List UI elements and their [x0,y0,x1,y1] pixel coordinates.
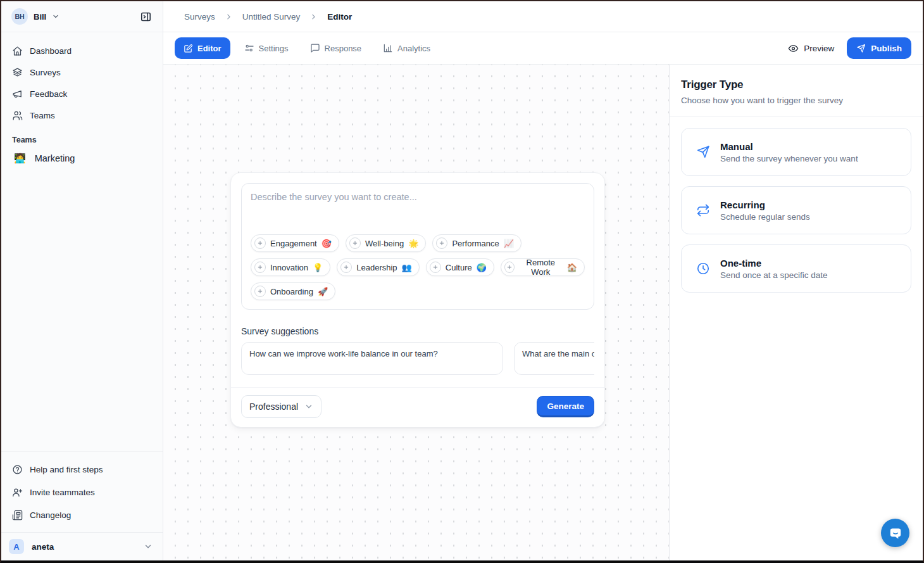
changelog-icon [12,510,23,521]
tab-editor[interactable]: Editor [175,37,230,59]
publish-button[interactable]: Publish [847,37,911,59]
chip-innovation[interactable]: Innovation 💡 [251,258,330,276]
chip-row: Engagement 🎯 Well-being 🌟 Performance [251,234,585,252]
suggestions-row: How can we improve work-life balance in … [241,342,594,375]
plus-icon [254,262,266,273]
plus-icon [349,237,361,249]
chat-bubble-icon [888,526,903,541]
sidebar: BH Bill Dashboard [1,1,163,560]
panel-title: Trigger Type [681,79,911,91]
suggestions-title: Survey suggestions [241,326,594,336]
paper-plane-icon [856,44,866,53]
breadcrumb-surveys[interactable]: Surveys [184,12,215,22]
sidebar-item-label: Invite teammates [30,488,95,497]
sidebar-item-label: Surveys [30,68,61,77]
sidebar-team-marketing[interactable]: 🧑‍💻 Marketing [6,147,158,170]
workspace-avatar: BH [11,8,28,25]
users-icon [12,110,23,121]
tab-analytics[interactable]: Analytics [375,37,438,59]
chip-emoji: 🌟 [408,239,418,248]
trigger-panel-header: Trigger Type Choose how you want to trig… [670,65,923,117]
chip-label: Remote Work [519,258,563,277]
sidebar-item-dashboard[interactable]: Dashboard [6,40,158,61]
plus-icon [254,237,266,249]
plus-icon [436,237,447,249]
suggestion-card[interactable]: What are the main ob [514,342,594,375]
team-label: Marketing [35,153,75,163]
repeat-icon [696,203,710,217]
suggestion-card[interactable]: How can we improve work-life balance in … [241,342,503,375]
sidebar-item-label: Dashboard [30,46,72,56]
tab-settings[interactable]: Settings [237,37,296,59]
composer-footer: Professional Generate [231,387,604,427]
chip-label: Engagement [270,239,317,248]
chip-performance[interactable]: Performance 📈 [432,234,521,252]
tab-label: Settings [259,44,289,53]
chip-emoji: 🎯 [322,239,332,248]
chip-remote-work[interactable]: Remote Work 🏠 [501,258,585,276]
workspace-switcher[interactable]: BH Bill [11,8,59,25]
chip-emoji: 👥 [402,263,412,272]
chip-label: Culture [446,263,472,272]
chip-label: Onboarding [270,287,313,296]
chip-leadership[interactable]: Leadership 👥 [337,258,420,276]
chip-label: Leadership [356,263,397,272]
preview-button[interactable]: Preview [788,43,834,54]
help-circle-icon [12,464,23,475]
user-menu[interactable]: A aneta [1,532,163,560]
sidebar-spacer [1,170,163,452]
plus-icon [254,286,266,297]
clock-icon [696,262,710,275]
chip-culture[interactable]: Culture 🌍 [426,258,494,276]
trigger-option-one-time[interactable]: One-time Send once at a specific date [681,244,911,293]
eye-icon [788,43,799,54]
sidebar-item-help[interactable]: Help and first steps [6,458,158,481]
option-title: One-time [720,258,828,269]
option-title: Manual [720,141,858,152]
chip-engagement[interactable]: Engagement 🎯 [251,234,339,252]
chip-onboarding[interactable]: Onboarding 🚀 [251,282,335,300]
publish-label: Publish [871,44,902,53]
sidebar-item-label: Teams [30,111,55,120]
user-avatar: A [9,539,24,554]
tab-label: Response [325,44,362,53]
generate-button[interactable]: Generate [537,396,594,417]
preview-label: Preview [804,44,834,53]
sidebar-item-changelog[interactable]: Changelog [6,503,158,526]
chat-launcher-button[interactable] [881,519,909,547]
user-plus-icon [12,487,23,498]
breadcrumb-untitled-survey[interactable]: Untitled Survey [242,12,301,22]
chip-emoji: 📈 [504,239,514,248]
chip-emoji: 🚀 [318,287,328,296]
sidebar-item-surveys[interactable]: Surveys [6,61,158,83]
plus-icon [430,262,441,273]
sidebar-header: BH Bill [1,1,163,32]
option-description: Schedule regular sends [720,212,810,222]
tone-select[interactable]: Professional [241,395,322,418]
sidebar-item-teams[interactable]: Teams [6,104,158,126]
workspace-name: Bill [34,12,46,22]
tab-response[interactable]: Response [303,37,370,59]
chip-emoji: 💡 [313,263,323,272]
trigger-option-manual[interactable]: Manual Send the survey whenever you want [681,128,911,176]
editor-tabs: Editor Settings Response [175,37,438,59]
app-window: BH Bill Dashboard [0,0,924,563]
chip-well-being[interactable]: Well-being 🌟 [346,234,426,252]
trigger-option-recurring[interactable]: Recurring Schedule regular sends [681,186,911,234]
chevron-down-icon [304,402,313,411]
layers-icon [12,67,23,78]
sidebar-collapse-button[interactable] [136,7,155,26]
editor-toolbar: Editor Settings Response [163,32,923,65]
sidebar-nav: Dashboard Surveys Feedback Teams [1,32,163,126]
chip-emoji: 🌍 [477,263,487,272]
option-title: Recurring [720,199,810,210]
option-description: Send once at a specific date [720,270,828,280]
survey-description-input[interactable] [251,192,585,228]
home-icon [12,46,23,56]
prompt-box: Engagement 🎯 Well-being 🌟 Performance [241,183,594,310]
trigger-type-panel: Trigger Type Choose how you want to trig… [669,65,923,560]
sidebar-item-label: Feedback [30,89,67,99]
sidebar-item-feedback[interactable]: Feedback [6,83,158,104]
editor-canvas: Engagement 🎯 Well-being 🌟 Performance [163,65,669,560]
sidebar-item-invite[interactable]: Invite teammates [6,481,158,503]
